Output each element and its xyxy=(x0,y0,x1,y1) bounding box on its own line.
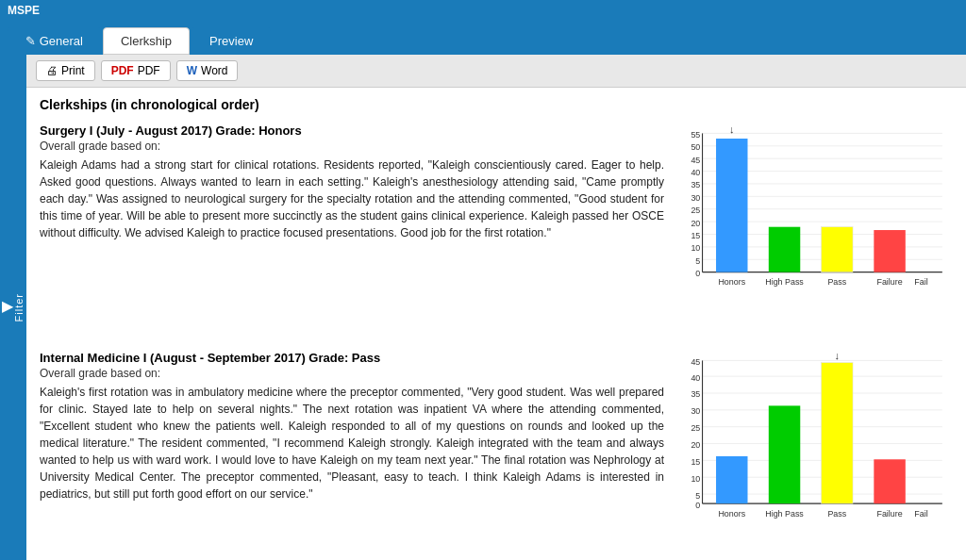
svg-text:40: 40 xyxy=(691,168,700,177)
svg-text:45: 45 xyxy=(691,156,700,165)
app-title: MSPE xyxy=(8,4,40,17)
svg-text:15: 15 xyxy=(691,456,700,466)
word-icon: W xyxy=(187,64,197,77)
word-button[interactable]: W Word xyxy=(176,60,239,81)
svg-text:35: 35 xyxy=(691,389,700,399)
svg-text:Fail: Fail xyxy=(914,508,927,518)
pdf-button[interactable]: PDF PDF xyxy=(101,60,171,81)
svg-text:0: 0 xyxy=(695,269,700,278)
tab-preview[interactable]: Preview xyxy=(192,27,271,55)
surgery-title: Surgery I (July - August 2017) Grade: Ho… xyxy=(40,124,664,138)
scroll-content: Clerkships (in chronological order) Surg… xyxy=(26,88,966,560)
im-chart: 45 40 35 30 25 20 15 10 5 0 xyxy=(679,351,953,559)
content-area: 🖨 Print PDF PDF W Word Clerkships (in ch… xyxy=(26,55,966,560)
tab-general[interactable]: ✎ General xyxy=(8,27,101,55)
surgery-body: Kaleigh Adams had a strong start for cli… xyxy=(40,156,664,241)
svg-text:25: 25 xyxy=(691,206,700,215)
svg-text:↓: ↓ xyxy=(835,351,841,361)
svg-text:25: 25 xyxy=(691,423,700,433)
svg-text:40: 40 xyxy=(691,372,700,382)
im-title: Internal Medicine I (August - September … xyxy=(40,351,664,365)
svg-text:10: 10 xyxy=(691,473,700,483)
tab-clerkship[interactable]: Clerkship xyxy=(103,27,190,55)
svg-text:5: 5 xyxy=(695,490,700,500)
svg-text:20: 20 xyxy=(691,219,700,228)
svg-text:0: 0 xyxy=(695,500,700,509)
svg-rect-61 xyxy=(874,459,905,503)
pdf-icon: PDF xyxy=(111,64,134,77)
svg-text:Pass: Pass xyxy=(827,277,846,287)
svg-text:50: 50 xyxy=(691,142,700,152)
tab-general-icon: ✎ xyxy=(25,34,40,48)
svg-rect-26 xyxy=(716,139,747,272)
section-title: Clerkships (in chronological order) xyxy=(40,97,953,112)
svg-text:High Pass: High Pass xyxy=(765,277,804,287)
svg-rect-60 xyxy=(822,362,853,502)
svg-text:20: 20 xyxy=(691,440,700,450)
im-subtitle: Overall grade based on: xyxy=(40,367,664,380)
toolbar: 🖨 Print PDF PDF W Word xyxy=(26,55,966,88)
filter-sidebar[interactable]: ▶ Filter xyxy=(0,55,26,560)
svg-text:Honors: Honors xyxy=(718,508,745,518)
print-button[interactable]: 🖨 Print xyxy=(36,60,95,81)
tab-bar: ✎ General Clerkship Preview xyxy=(0,21,966,55)
svg-text:15: 15 xyxy=(691,231,700,240)
print-icon: 🖨 xyxy=(46,64,58,77)
svg-text:High Pass: High Pass xyxy=(765,508,804,518)
svg-rect-58 xyxy=(716,455,747,502)
svg-text:55: 55 xyxy=(691,130,700,140)
svg-text:30: 30 xyxy=(691,406,700,416)
svg-text:Failure: Failure xyxy=(876,508,902,518)
svg-rect-27 xyxy=(769,227,800,272)
clerkship-surgery: Surgery I (July - August 2017) Grade: Ho… xyxy=(40,124,953,332)
clerkship-internal-medicine: Internal Medicine I (August - September … xyxy=(40,351,953,559)
title-bar: MSPE xyxy=(0,0,966,21)
im-body: Kaleigh's first rotation was in ambulato… xyxy=(40,384,664,502)
svg-rect-59 xyxy=(769,405,800,503)
svg-text:Pass: Pass xyxy=(827,508,846,518)
svg-rect-28 xyxy=(822,227,853,272)
surgery-subtitle: Overall grade based on: xyxy=(40,140,664,153)
svg-text:10: 10 xyxy=(691,243,700,253)
surgery-chart: 55 50 45 40 35 30 25 20 15 10 5 0 xyxy=(679,124,953,332)
svg-text:30: 30 xyxy=(691,193,700,203)
svg-text:35: 35 xyxy=(691,180,700,189)
svg-text:↓: ↓ xyxy=(729,124,735,135)
filter-label: Filter xyxy=(13,293,25,321)
clerkship-surgery-text: Surgery I (July - August 2017) Grade: Ho… xyxy=(40,124,664,332)
clerkship-im-text: Internal Medicine I (August - September … xyxy=(40,351,664,559)
svg-text:Failure: Failure xyxy=(876,277,902,287)
svg-text:Fail: Fail xyxy=(914,277,927,287)
svg-text:Honors: Honors xyxy=(718,277,745,287)
svg-text:5: 5 xyxy=(695,256,700,266)
svg-rect-29 xyxy=(874,230,905,272)
svg-text:45: 45 xyxy=(691,356,700,366)
filter-arrow-icon: ▶ xyxy=(2,297,13,315)
